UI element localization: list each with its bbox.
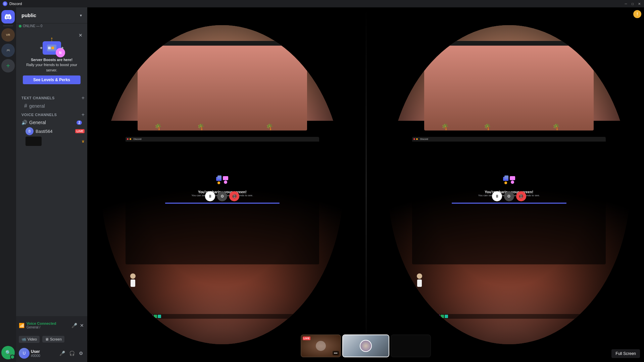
thumbnail-2[interactable] [342, 334, 389, 357]
online-count: ONLINE — 0 [23, 24, 42, 28]
voice-channel-path: General / [27, 325, 56, 329]
right-vr-discord-title: Discord [412, 137, 606, 142]
channel-name-general: general [29, 103, 45, 109]
minimize-button[interactable]: ─ [624, 2, 628, 6]
server-icon-2[interactable]: 🎮 [1, 44, 15, 57]
left-share-icon [191, 173, 253, 189]
left-vr-discord-content [126, 142, 319, 265]
voice-connected-bar: 📶 Voice Connected General / 🎤 ✕ [16, 316, 87, 334]
username: User [31, 349, 57, 354]
right-vr-discord-content [412, 142, 606, 265]
titlebar-controls[interactable]: ─ □ ✕ [624, 2, 641, 6]
see-levels-perks-button[interactable]: See Levels & Perks [23, 75, 81, 84]
figure-body [131, 279, 135, 287]
r-vr-window-label: General [584, 42, 592, 45]
voice-channels-header[interactable]: VOICE CHANNELS + [16, 110, 87, 118]
right-settings-button[interactable]: ⚙ [504, 191, 514, 201]
voice-channel-general[interactable]: 🔊 General 2 [19, 119, 85, 126]
vr-close-dot [139, 43, 141, 44]
left-pause-button[interactable]: ⏸ [205, 191, 215, 201]
left-vr-discord-title: Discord [126, 137, 319, 142]
voice-user-thumbnail: ♛ [16, 136, 87, 147]
settings-button[interactable]: ⚙ [78, 349, 85, 357]
right-pause-button[interactable]: ⏸ [492, 191, 502, 201]
close-button[interactable]: ✕ [637, 2, 641, 6]
r-palm-icon-3: 🌴 [552, 123, 560, 131]
chevron-down-icon: ▾ [80, 13, 82, 18]
server-list: VR 🎮 + 🔍 [0, 7, 16, 362]
explore-icon[interactable]: 🔍 [1, 346, 15, 359]
voice-actions: 🎤 ✕ [71, 322, 85, 329]
boost-star-left-icon: ✦ [39, 45, 43, 51]
left-vr-taskbar: 19:11 [126, 314, 319, 319]
thumbnail-3[interactable] [391, 334, 431, 357]
video-icon: 📹 [21, 337, 26, 342]
user-controls-bar: U User #0000 🎤 🎧 ⚙ [16, 345, 87, 362]
channel-general[interactable]: # general [19, 102, 85, 110]
right-vr-character [417, 273, 422, 287]
server-icon-1[interactable]: VR [1, 28, 15, 42]
svg-point-3 [217, 182, 220, 184]
r-disc-min-dot [416, 138, 418, 140]
microphone-button[interactable]: 🎤 [58, 349, 66, 357]
discord-vr-label: Discord [134, 138, 142, 140]
left-vr-top-window: General 🌴 🌴 🌴 [138, 41, 307, 130]
speaker-icon: 🔊 [21, 120, 27, 125]
left-settings-button[interactable]: ⚙ [217, 191, 227, 201]
content-area: General 🌴 🌴 🌴 [87, 7, 644, 362]
r-disc-close-dot [413, 138, 415, 140]
taskbar-icon-3 [146, 315, 149, 318]
notification-icon[interactable]: ! [633, 10, 641, 18]
disconnect-voice-button[interactable]: ✕ [79, 322, 85, 329]
r-taskbar-icon-4 [437, 315, 440, 318]
boost-star-right-icon: ✦ [60, 45, 64, 51]
server-header[interactable]: public ▾ [16, 7, 87, 23]
add-server-button[interactable]: + [1, 59, 15, 72]
text-channels-header[interactable]: TEXT CHANNELS + [16, 94, 87, 102]
channel-sidebar: public ▾ ONLINE — 0 ✕ ↑ ✦ N ✦ [16, 7, 87, 362]
boost-close-button[interactable]: ✕ [79, 33, 83, 38]
online-dot [19, 25, 21, 28]
video-screen-bar: 📹 Video 🖥 Screen [16, 334, 87, 345]
r-taskbar-icon-1 [425, 315, 428, 318]
right-vr-top-window: General 🌴 🌴 🌴 [424, 41, 594, 130]
live-badge: LIVE [75, 129, 85, 133]
channel-list: TEXT CHANNELS + # general VOICE CHANNELS… [16, 91, 87, 316]
r-taskbar-icon-5 [441, 315, 444, 318]
palm-icon-1: 🌴 [154, 123, 162, 131]
mute-voice-button[interactable]: 🎤 [71, 322, 78, 329]
taskbar-icon-1 [138, 315, 141, 318]
add-voice-channel-button[interactable]: + [82, 112, 85, 118]
maximize-button[interactable]: □ [631, 2, 635, 6]
user-discriminator: #0000 [31, 354, 57, 358]
thumbnail-1[interactable]: LIVE ••• [301, 334, 341, 357]
left-stop-button[interactable]: 📵 [229, 191, 239, 201]
right-vr-window-content: 🌴 🌴 🌴 [424, 46, 594, 130]
right-stop-button[interactable]: 📵 [516, 191, 526, 201]
voice-connected-label: Voice Connected [27, 321, 56, 325]
taskbar-icon-4 [150, 315, 153, 318]
r-vr-max-dot [431, 43, 433, 44]
thumb-1-live-badge: LIVE [303, 337, 311, 340]
left-vr-window-content: 🌴 🌴 🌴 [138, 46, 307, 130]
disc-min-dot [130, 138, 131, 140]
r-vr-close-dot [426, 43, 427, 44]
boost-promo-text: Server Boosts are here! Rally your frien… [23, 57, 81, 73]
user-avatar: U [19, 348, 30, 359]
add-text-channel-button[interactable]: + [82, 95, 85, 101]
time-display: 19:11 [127, 315, 133, 318]
r-vr-min-dot [428, 43, 430, 44]
thumb-1-more-button[interactable]: ••• [333, 351, 339, 355]
screen-button[interactable]: 🖥 Screen [42, 336, 64, 343]
thumbnails-bar: LIVE ••• [301, 332, 431, 359]
video-button[interactable]: 📹 Video [19, 336, 40, 343]
r-palm-icon-2: 🌴 [484, 123, 491, 131]
fullscreen-button[interactable]: Full Screen [611, 349, 640, 358]
left-vr-window-title: General [138, 41, 307, 46]
voice-user-basti[interactable]: B Basti564 LIVE [16, 126, 87, 136]
server-icon-discord[interactable] [1, 10, 15, 23]
vr-window-label: General [297, 42, 306, 45]
svg-rect-2 [223, 176, 228, 180]
headphone-button[interactable]: 🎧 [68, 349, 76, 357]
r-time-display: 19:11 [413, 315, 419, 318]
